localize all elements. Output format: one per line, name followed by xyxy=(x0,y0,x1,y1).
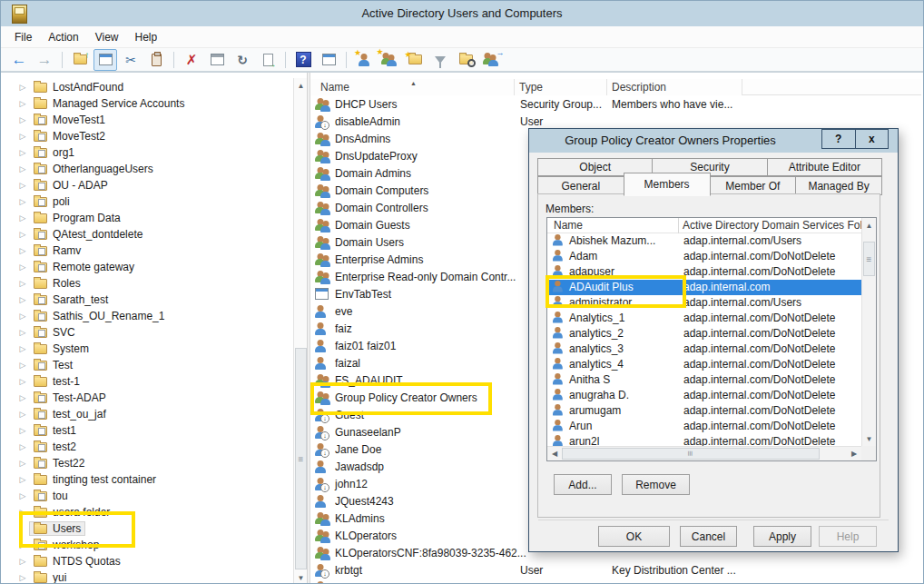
scrollbar-thumb[interactable]: ≡ xyxy=(562,448,820,460)
column-header-description[interactable]: Description xyxy=(607,79,742,95)
expander-icon[interactable]: ▷ xyxy=(16,213,29,223)
new-user-icon[interactable]: ★ xyxy=(352,49,376,71)
remove-button[interactable]: Remove xyxy=(622,474,690,495)
tree-item-yui[interactable]: ▷yui xyxy=(3,569,291,583)
tree-item-roles[interactable]: ▷Roles xyxy=(3,275,291,292)
tab-general[interactable]: General xyxy=(537,176,624,195)
tab-members[interactable]: Members xyxy=(624,173,711,196)
expander-icon[interactable]: ▷ xyxy=(16,426,29,435)
tree-item-test2[interactable]: ▷test2 xyxy=(3,439,291,455)
member-row-anugraha-d[interactable]: anugraha D.adap.internal.com/DoNotDelete xyxy=(547,388,861,403)
list-row-krbtgt[interactable]: ↓krbtgtUserKey Distribution Center ... xyxy=(310,562,921,579)
expander-icon[interactable]: ▷ xyxy=(16,262,29,272)
menu-help[interactable]: Help xyxy=(127,28,166,46)
expander-icon[interactable]: ▷ xyxy=(16,197,29,206)
dialog-close-button[interactable]: x xyxy=(855,130,889,148)
scroll-down-icon[interactable]: ▼ xyxy=(862,431,876,446)
tree-item-sarath-test[interactable]: ▷Sarath_test xyxy=(3,292,291,308)
new-group-icon[interactable]: ★ xyxy=(378,49,401,71)
scroll-down-icon[interactable]: ▼ xyxy=(294,570,308,583)
member-row-analytics-4[interactable]: analytics_4adap.internal.com/DoNotDelete xyxy=(547,357,861,372)
expander-icon[interactable]: ▷ xyxy=(16,132,29,141)
tree-item-tou[interactable]: ▷tou xyxy=(3,488,291,504)
forward-icon[interactable]: → xyxy=(33,49,56,71)
expander-icon[interactable]: ▷ xyxy=(16,181,29,190)
scroll-up-icon[interactable]: ▲ xyxy=(862,218,876,233)
apply-button[interactable]: Apply xyxy=(753,526,811,547)
tree-item-svc[interactable]: ▷SVC xyxy=(3,324,291,341)
delete-icon[interactable]: ✗ xyxy=(180,49,203,71)
refresh-icon[interactable]: ↻ xyxy=(231,49,254,71)
filter-icon[interactable] xyxy=(428,49,452,71)
expander-icon[interactable]: ▷ xyxy=(16,442,29,451)
member-row-adapuser[interactable]: adapuseradap.internal.com/DoNotDelete xyxy=(547,264,861,280)
tree-item-test-1[interactable]: ▷test-1 xyxy=(3,373,291,390)
expander-icon[interactable]: ▷ xyxy=(16,83,29,92)
expander-icon[interactable]: ▷ xyxy=(16,508,29,517)
tab-managed-by[interactable]: Managed By xyxy=(795,176,882,195)
member-row-arumugam[interactable]: arumugamadap.internal.com/DoNotDelete xyxy=(547,403,861,419)
tree-item-workshop[interactable]: ▷workshop xyxy=(3,537,291,553)
scrollbar-thumb[interactable]: ≡ xyxy=(295,348,307,569)
tree-item-ou-adap[interactable]: ▷OU - ADAP xyxy=(3,177,291,193)
expander-icon[interactable]: ▷ xyxy=(16,540,29,549)
tree-item-ntds-quotas[interactable]: ▷NTDS Quotas xyxy=(3,553,291,569)
expander-icon[interactable]: ▷ xyxy=(16,344,29,353)
cut-icon[interactable]: ✂ xyxy=(119,49,143,71)
expander-icon[interactable]: ▷ xyxy=(16,491,29,500)
expander-icon[interactable]: ▷ xyxy=(16,557,29,566)
help-topics-icon[interactable] xyxy=(317,49,340,71)
tree-item-movetest2[interactable]: ▷MoveTest2 xyxy=(3,128,291,144)
expander-icon[interactable]: ▷ xyxy=(16,377,29,386)
cancel-button[interactable]: Cancel xyxy=(680,526,737,547)
scrollbar-thumb[interactable]: ≡ xyxy=(863,242,875,276)
paste-icon[interactable] xyxy=(144,49,168,71)
member-row-analytics-2[interactable]: analytics_2adap.internal.com/DoNotDelete xyxy=(547,326,861,341)
tree-item-org1[interactable]: ▷org1 xyxy=(3,144,291,161)
menu-file[interactable]: File xyxy=(6,28,40,46)
expander-icon[interactable]: ▷ xyxy=(16,459,29,468)
expander-icon[interactable]: ▷ xyxy=(16,393,29,402)
delegate-icon[interactable]: → xyxy=(479,49,503,71)
tree-item-test[interactable]: ▷Test xyxy=(3,357,291,373)
member-row-analytics-3[interactable]: analytics_3adap.internal.com/DoNotDelete xyxy=(547,341,861,357)
expander-icon[interactable]: ▷ xyxy=(16,312,29,321)
list-row-lastest[interactable]: lastestUser xyxy=(310,579,921,583)
member-row-analytics-1[interactable]: Analytics_1adap.internal.com/DoNotDelete xyxy=(547,311,861,326)
members-column-name[interactable]: Name xyxy=(547,218,679,233)
expander-icon[interactable]: ▷ xyxy=(16,361,29,370)
tree-item-program-data[interactable]: ▷Program Data xyxy=(3,210,291,226)
list-row-dhcp-users[interactable]: DHCP UsersSecurity Group...Members who h… xyxy=(310,96,921,114)
ok-button[interactable]: OK xyxy=(598,526,670,547)
properties-icon[interactable] xyxy=(205,49,229,71)
expander-icon[interactable]: ▷ xyxy=(16,246,29,255)
tree-item-movetest1[interactable]: ▷MoveTest1 xyxy=(3,112,291,128)
expander-icon[interactable]: ▷ xyxy=(16,230,29,239)
member-row-administrator[interactable]: administratoradap.internal.com/Users xyxy=(547,295,861,311)
member-row-arun2l[interactable]: arun2ladap.internal.com/DoNotDelete xyxy=(547,434,861,446)
expander-icon[interactable]: ▷ xyxy=(16,115,29,124)
new-ou-icon[interactable]: ★ xyxy=(403,49,427,71)
expander-icon[interactable]: ▷ xyxy=(16,148,29,157)
find-icon[interactable] xyxy=(454,49,477,71)
tree-item-test22[interactable]: ▷Test22 xyxy=(3,455,291,471)
tree-item-lostandfound[interactable]: ▷LostAndFound xyxy=(3,79,291,95)
tree-item-poli[interactable]: ▷poli xyxy=(3,193,291,210)
tree-item-test-ou-jaf[interactable]: ▷test_ou_jaf xyxy=(3,406,291,422)
member-row-abishek-mazum[interactable]: Abishek Mazum...adap.internal.com/Users xyxy=(547,233,861,249)
help-icon[interactable]: ? xyxy=(291,49,315,71)
expander-icon[interactable]: ▷ xyxy=(16,99,29,108)
console-tree-toggle-icon[interactable] xyxy=(93,49,117,71)
tree-item-sathis-ou-rename-1[interactable]: ▷Sathis_OU_Rename_1 xyxy=(3,308,291,324)
back-icon[interactable]: ← xyxy=(7,49,31,71)
dialog-help-button[interactable]: ? xyxy=(822,130,855,148)
tree-item-ramv[interactable]: ▷Ramv xyxy=(3,243,291,259)
members-horizontal-scrollbar[interactable]: ◀ ≡ ▶ xyxy=(547,446,861,460)
expander-icon[interactable]: ▷ xyxy=(16,295,29,304)
tree-item-system[interactable]: ▷System xyxy=(3,341,291,357)
scroll-left-icon[interactable]: ◀ xyxy=(547,447,562,460)
scroll-up-icon[interactable]: ▲ xyxy=(294,78,308,93)
column-header-type[interactable]: Type xyxy=(515,79,607,95)
tab-attribute-editor[interactable]: Attribute Editor xyxy=(767,158,882,176)
expander-icon[interactable]: ▷ xyxy=(16,328,29,337)
